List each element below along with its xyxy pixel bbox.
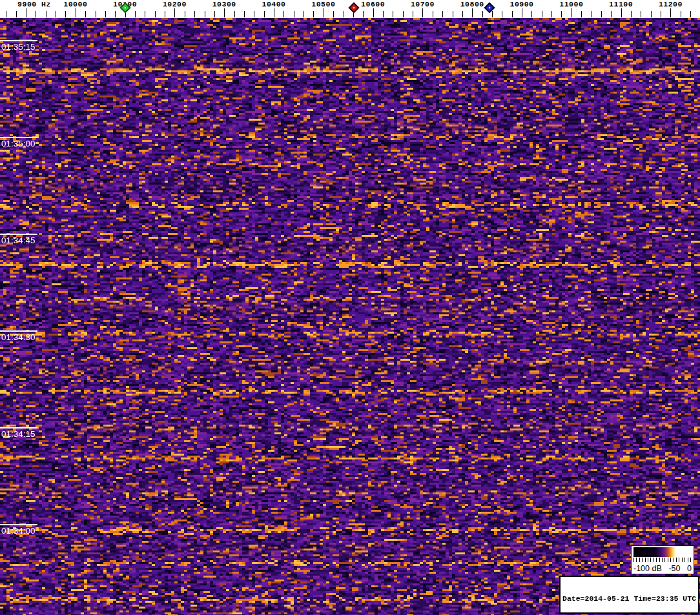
- spectrogram-waterfall-display: [0, 18, 700, 615]
- colorbar-tick: [688, 558, 688, 562]
- marker-core-dot: [489, 7, 491, 9]
- frequency-tick-label: 11100: [609, 0, 633, 8]
- frequency-tick: [641, 11, 641, 17]
- frequency-tick: [433, 11, 433, 17]
- frequency-tick: [681, 11, 681, 17]
- frequency-tick: [561, 11, 562, 17]
- frequency-tick: [531, 11, 532, 17]
- frequency-tick: [135, 11, 136, 17]
- frequency-tick: [174, 8, 175, 17]
- frequency-tick: [115, 11, 116, 17]
- frequency-tick: [542, 11, 542, 17]
- frequency-tick: [6, 11, 6, 17]
- colorbar-label-max: 0: [687, 564, 692, 573]
- frequency-tick-label: 10200: [163, 0, 187, 8]
- colorbar-tick: [645, 558, 646, 562]
- frequency-tick-label: 10000: [63, 0, 87, 8]
- colorbar-tick: [668, 558, 668, 562]
- frequency-tick-label: 10700: [411, 0, 435, 8]
- frequency-tick: [581, 11, 582, 17]
- colorbar-tick: [639, 558, 640, 562]
- frequency-tick: [26, 8, 26, 17]
- frequency-tick: [482, 11, 483, 17]
- frequency-tick: [194, 11, 195, 17]
- frequency-tick-label: 10400: [262, 0, 285, 8]
- frequency-tick-label: 10500: [311, 0, 335, 8]
- frequency-tick: [96, 11, 96, 17]
- time-label: 01:35:00: [1, 139, 36, 148]
- colorbar-tick: [682, 558, 683, 562]
- time-label: 01:35:15: [1, 42, 36, 52]
- frequency-tick: [205, 11, 205, 17]
- frequency-tick: [453, 11, 453, 17]
- colorbar-tick: [648, 558, 648, 562]
- colorbar-label-mid: -50: [668, 564, 680, 573]
- frequency-ruler: 9900 Hz100001010010200103001040010500106…: [0, 0, 700, 18]
- frequency-tick: [234, 11, 235, 17]
- frequency-tick: [333, 11, 334, 17]
- frequency-tick: [105, 11, 106, 17]
- colorbar-tick: [633, 558, 634, 562]
- colorbar-tick-ruler: [633, 558, 691, 562]
- frequency-tick: [383, 11, 384, 17]
- frequency-tick: [601, 11, 602, 17]
- frequency-tick: [422, 8, 423, 17]
- frequency-tick-label: 11000: [559, 0, 583, 8]
- frequency-tick: [65, 11, 66, 17]
- frequency-tick-label: 9900 Hz: [17, 0, 51, 8]
- frequency-tick: [344, 11, 344, 17]
- time-tick-line: [0, 330, 37, 332]
- colorbar-panel: -100 dB -50 0: [631, 545, 694, 574]
- frequency-tick: [631, 11, 632, 17]
- time-label: 01:34:45: [1, 236, 36, 245]
- colorbar-tick: [679, 558, 679, 562]
- colorbar-tick: [650, 558, 651, 562]
- colorbar-tick: [659, 558, 660, 562]
- frequency-tick: [502, 11, 502, 17]
- frequency-tick: [214, 11, 215, 17]
- marker-diamond-blue[interactable]: [484, 3, 495, 14]
- colorbar-tick: [676, 558, 677, 562]
- frequency-tick: [76, 8, 76, 17]
- time-label: 01:34:15: [1, 429, 36, 439]
- frequency-tick: [313, 11, 314, 17]
- frequency-tick: [185, 11, 185, 17]
- frequency-tick: [592, 11, 592, 17]
- spectrogram-app-window: 9900 Hz100001010010200103001040010500106…: [0, 0, 700, 615]
- frequency-tick: [690, 11, 691, 17]
- frequency-tick: [522, 8, 522, 17]
- frequency-tick-label: 10300: [212, 0, 236, 8]
- frequency-tick-label: 11200: [659, 0, 683, 8]
- frequency-tick: [651, 11, 652, 17]
- frequency-tick: [46, 11, 46, 17]
- colorbar-label-min: -100 dB: [633, 564, 662, 573]
- frequency-tick: [512, 11, 513, 17]
- frequency-tick: [363, 11, 364, 17]
- frequency-tick: [36, 11, 36, 17]
- frequency-tick: [283, 11, 284, 17]
- frequency-tick: [224, 8, 225, 17]
- frequency-tick-label: 10600: [361, 0, 385, 8]
- frequency-tick: [294, 11, 294, 17]
- colorbar-tick: [654, 558, 654, 562]
- marker-core-dot: [353, 7, 355, 9]
- frequency-tick: [492, 11, 493, 17]
- frequency-tick: [403, 11, 404, 17]
- info-line-date: Date=2014-05-21 Time=23:35 UTC: [562, 594, 696, 603]
- colorbar-labels: -100 dB -50 0: [632, 564, 694, 573]
- colorbar-tick: [664, 558, 665, 562]
- frequency-tick: [551, 11, 552, 17]
- frequency-tick: [571, 8, 572, 17]
- colorbar-tick: [674, 558, 674, 562]
- frequency-tick: [155, 11, 156, 17]
- frequency-tick: [165, 11, 165, 17]
- colorbar-tick: [670, 558, 671, 562]
- frequency-tick: [244, 11, 245, 17]
- marker-diamond-red[interactable]: [349, 3, 360, 14]
- frequency-tick: [621, 8, 622, 17]
- frequency-tick: [145, 11, 145, 17]
- info-box: Date=2014-05-21 Time=23:35 UTC Freq=143 …: [559, 576, 699, 614]
- time-tick-line: [0, 40, 37, 41]
- frequency-tick-label: 10800: [460, 0, 484, 8]
- frequency-tick: [661, 11, 661, 17]
